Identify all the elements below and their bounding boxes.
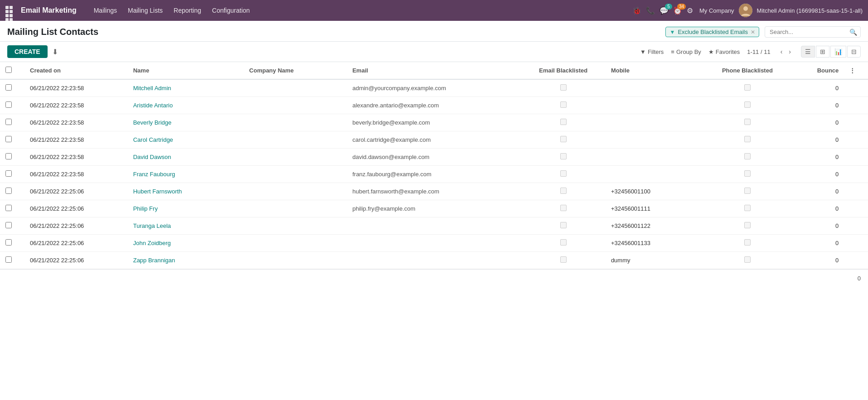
table-row: 06/21/2022 22:25:06 Hubert Farnsworth hu… [0,183,868,200]
row-bounce: 0 [792,97,844,114]
nav-mailing-lists[interactable]: Mailing Lists [123,5,167,16]
row-more[interactable] [844,235,868,252]
page-title: Mailing List Contacts [7,27,98,37]
search-input[interactable] [765,26,861,38]
prev-page-button[interactable]: ‹ [778,47,786,56]
row-created: 06/21/2022 22:25:06 [24,200,128,217]
row-more[interactable] [844,217,868,235]
row-checkbox[interactable] [5,136,12,142]
phone-icon[interactable]: 📞 [646,6,655,15]
row-name[interactable]: Philip Fry [128,200,244,217]
col-header-created-label: Created on [30,67,61,74]
company-name[interactable]: My Company [699,7,734,14]
col-header-bounce[interactable]: Bounce [792,62,844,79]
row-bounce: 0 [792,131,844,149]
filter-icon: ▼ [669,29,675,35]
graph-view-button[interactable]: 📊 [830,46,846,58]
filters-link[interactable]: ▼ Filters [640,48,664,55]
row-name[interactable]: Aristide Antario [128,97,244,114]
row-more[interactable] [844,149,868,166]
col-header-company-label: Company Name [249,67,294,74]
row-checkbox-cell[interactable] [0,235,24,252]
row-checkbox-cell[interactable] [0,114,24,131]
row-checkbox[interactable] [5,101,12,108]
row-name[interactable]: Franz Faubourg [128,166,244,183]
row-name[interactable]: Carol Cartridge [128,131,244,149]
favorites-link[interactable]: ★ Favorites [708,48,740,55]
nav-reporting[interactable]: Reporting [169,5,206,16]
row-more[interactable] [844,183,868,200]
row-checkbox-cell[interactable] [0,79,24,97]
table-row: 06/21/2022 22:25:06 Philip Fry philip.fr… [0,200,868,217]
row-checkbox[interactable] [5,170,12,177]
view-buttons: ☰ ⊞ 📊 ⊟ [801,46,861,58]
row-email-blacklisted [521,183,606,200]
row-more[interactable] [844,131,868,149]
row-checkbox-cell[interactable] [0,252,24,269]
row-checkbox-cell[interactable] [0,97,24,114]
row-checkbox-cell[interactable] [0,183,24,200]
kanban-view-button[interactable]: ⊞ [816,46,829,58]
row-checkbox-cell[interactable] [0,131,24,149]
row-more[interactable] [844,252,868,269]
col-header-phone-blacklisted[interactable]: Phone Blacklisted [702,62,792,79]
row-checkbox-cell[interactable] [0,166,24,183]
row-checkbox[interactable] [5,84,12,91]
col-header-mobile-label: Mobile [611,67,630,74]
row-name[interactable]: Beverly Bridge [128,114,244,131]
col-header-created[interactable]: Created on [24,62,128,79]
row-checkbox[interactable] [5,205,12,211]
col-header-more[interactable]: ⋮ [844,62,868,79]
row-checkbox-cell[interactable] [0,149,24,166]
group-by-link[interactable]: ≡ Group By [671,48,701,55]
nav-mailings[interactable]: Mailings [89,5,121,16]
col-header-email[interactable]: Email [347,62,521,79]
row-checkbox-cell[interactable] [0,217,24,235]
list-view-button[interactable]: ☰ [801,46,815,58]
col-header-mobile[interactable]: Mobile [606,62,702,79]
row-name[interactable]: Zapp Brannigan [128,252,244,269]
row-name[interactable]: David Dawson [128,149,244,166]
chat-icon[interactable]: 💬 5 [659,6,669,15]
col-header-company[interactable]: Company Name [244,62,347,79]
row-more[interactable] [844,200,868,217]
row-checkbox[interactable] [5,222,12,228]
row-name[interactable]: Mitchell Admin [128,79,244,97]
select-all-checkbox[interactable] [5,67,12,73]
filter-tag-close[interactable]: ✕ [751,29,755,35]
row-company [244,252,347,269]
avatar[interactable] [739,4,752,17]
download-button[interactable]: ⬇ [49,46,61,58]
row-checkbox[interactable] [5,119,12,125]
row-phone-blacklisted [702,166,792,183]
clock-icon[interactable]: ⏰ 34 [673,6,682,15]
create-button[interactable]: CREATE [7,45,48,58]
row-checkbox-cell[interactable] [0,200,24,217]
row-checkbox[interactable] [5,153,12,159]
nav-configuration[interactable]: Configuration [208,5,254,16]
row-phone-blacklisted [702,252,792,269]
row-checkbox[interactable] [5,256,12,263]
email-blacklisted-checkbox [560,84,567,91]
row-name[interactable]: Turanga Leela [128,217,244,235]
row-name[interactable]: Hubert Farnsworth [128,183,244,200]
phone-blacklisted-checkbox [744,256,751,263]
row-more[interactable] [844,97,868,114]
next-page-button[interactable]: › [786,47,794,56]
col-header-name[interactable]: Name [128,62,244,79]
settings-icon[interactable]: ⚙ [687,6,693,15]
select-all-header[interactable] [0,62,24,79]
row-checkbox[interactable] [5,188,12,194]
search-icon[interactable]: 🔍 [849,29,857,36]
row-more[interactable] [844,166,868,183]
app-grid-icon[interactable] [5,6,15,15]
pagination-info: 1-11 / 11 [747,48,770,55]
row-more[interactable] [844,79,868,97]
row-name[interactable]: John Zoidberg [128,235,244,252]
row-more[interactable] [844,114,868,131]
col-header-email-blacklisted[interactable]: Email Blacklisted [521,62,606,79]
row-checkbox[interactable] [5,239,12,246]
row-email: philip.fry@example.com [347,200,521,217]
bug-icon[interactable]: 🐞 [632,6,641,15]
pivot-view-button[interactable]: ⊟ [847,46,861,58]
